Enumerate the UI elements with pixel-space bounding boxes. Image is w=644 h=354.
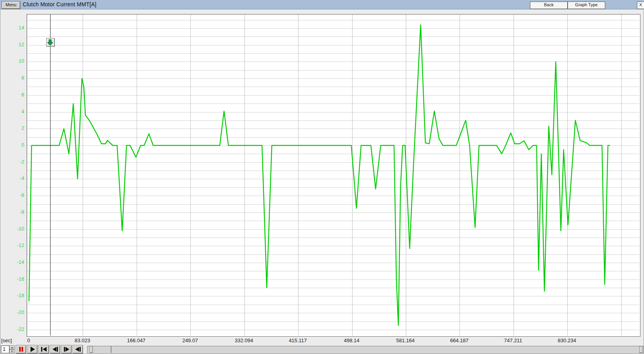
x-tick-label: 664.187 [450, 338, 469, 343]
green-down-arrow-icon [47, 39, 53, 46]
graph-type-button[interactable]: Graph Type [568, 2, 605, 9]
timeline-position-mark [111, 346, 111, 353]
y-tick-label: -22 [9, 326, 24, 332]
y-tick-label: -2 [9, 159, 24, 165]
chart-plot-area[interactable] [27, 14, 640, 337]
y-tick-label: 14 [9, 25, 24, 31]
y-tick-label: 4 [9, 109, 24, 115]
play-icon [28, 346, 37, 353]
x-tick-label: 83.023 [75, 338, 90, 343]
y-tick-label: 12 [9, 42, 24, 48]
timeline-slider[interactable] [87, 346, 644, 353]
pause-button[interactable] [16, 345, 26, 354]
timeline-slider-end-cap[interactable] [639, 346, 643, 353]
y-tick-label: -10 [9, 226, 24, 232]
time-cursor-handle[interactable] [46, 38, 55, 47]
x-tick-label: 0 [27, 338, 30, 343]
y-tick-label: -8 [9, 209, 24, 215]
chart-canvas [27, 15, 639, 336]
x-tick-label: 166.047 [127, 338, 145, 343]
play-button[interactable] [27, 345, 38, 354]
x-tick-label: 830.234 [558, 338, 576, 343]
spinner-up-icon[interactable]: ▲ [9, 345, 14, 349]
y-tick-label: -20 [9, 309, 24, 316]
interval-spinner-arrows: ▲ ▼ [9, 345, 14, 353]
y-tick-label: -18 [9, 292, 24, 299]
x-tick-label: 249.07 [182, 338, 198, 343]
menu-button[interactable]: Menu [2, 1, 20, 9]
x-tick-label: 498.14 [344, 338, 360, 343]
y-tick-label: -4 [9, 175, 24, 182]
x-axis-unit-label: [sec] [1, 338, 12, 343]
y-tick-label: -12 [9, 242, 24, 249]
x-tick-label: 415.117 [289, 338, 307, 343]
timeline-slider-thumb[interactable] [89, 346, 93, 353]
interval-spinner[interactable]: 1 [1, 345, 9, 353]
x-tick-label: 581.164 [396, 338, 415, 343]
x-tick-label: 747.211 [504, 338, 522, 343]
playback-controls: 1 ▲ ▼ [0, 345, 644, 354]
x-tick-label: 332.094 [235, 338, 253, 343]
y-tick-label: 0 [9, 142, 24, 148]
skip-to-end-button[interactable] [72, 345, 83, 354]
y-tick-label: 2 [9, 125, 24, 131]
skip-to-start-icon [39, 346, 49, 353]
back-button[interactable]: Back [530, 2, 568, 9]
skip-to-start-button[interactable] [38, 345, 49, 354]
graph-window: Menu Clutch Motor Current MMT[A] Back Gr… [0, 0, 644, 354]
current-trace-line [29, 25, 610, 325]
y-tick-label: 6 [9, 92, 24, 98]
y-tick-label: -16 [9, 276, 24, 282]
skip-to-end-icon [73, 346, 83, 353]
step-back-icon [51, 346, 60, 353]
title-bar: Menu Clutch Motor Current MMT[A] Back Gr… [0, 0, 644, 9]
pause-icon [16, 346, 26, 353]
y-tick-label: -14 [9, 259, 24, 265]
step-back-button[interactable] [50, 345, 60, 354]
y-tick-label: -6 [9, 192, 24, 198]
y-tick-label: 10 [9, 58, 24, 64]
close-button[interactable]: X [637, 2, 644, 9]
spinner-down-icon[interactable]: ▼ [9, 349, 14, 353]
step-forward-button[interactable] [61, 345, 72, 354]
page-title: Clutch Motor Current MMT[A] [23, 1, 96, 7]
y-tick-label: 8 [9, 75, 24, 81]
step-forward-icon [62, 346, 71, 353]
